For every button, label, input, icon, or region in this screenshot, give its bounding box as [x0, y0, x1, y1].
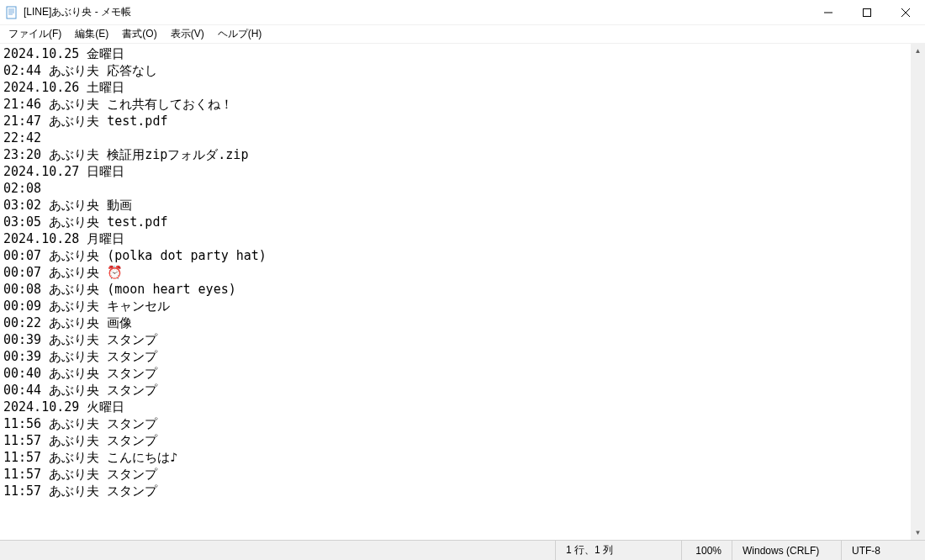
titlebar: [LINE]あぶり央 - メモ帳 [0, 0, 925, 25]
status-encoding: UTF-8 [841, 541, 925, 560]
minimize-button[interactable] [809, 0, 848, 25]
scrollbar-down-arrow[interactable]: ▼ [911, 526, 925, 540]
content-area: 2024.10.25 金曜日 02:44 あぶり夫 応答なし 2024.10.2… [0, 44, 925, 540]
status-line-ending: Windows (CRLF) [732, 541, 841, 560]
menu-view[interactable]: 表示(V) [164, 25, 211, 43]
maximize-button[interactable] [848, 0, 886, 25]
menubar: ファイル(F) 編集(E) 書式(O) 表示(V) ヘルプ(H) [0, 25, 925, 44]
status-position: 1 行、1 列 [555, 541, 681, 560]
window-title: [LINE]あぶり央 - メモ帳 [24, 5, 809, 19]
text-editor[interactable]: 2024.10.25 金曜日 02:44 あぶり夫 応答なし 2024.10.2… [0, 44, 911, 540]
menu-edit[interactable]: 編集(E) [68, 25, 115, 43]
statusbar: 1 行、1 列 100% Windows (CRLF) UTF-8 [0, 540, 925, 560]
window-controls [809, 0, 925, 24]
vertical-scrollbar[interactable]: ▲ ▼ [911, 44, 925, 540]
notepad-icon [5, 6, 18, 19]
menu-file[interactable]: ファイル(F) [2, 25, 68, 43]
svg-rect-6 [864, 9, 871, 17]
close-button[interactable] [886, 0, 925, 25]
menu-format[interactable]: 書式(O) [115, 25, 163, 43]
status-zoom: 100% [681, 541, 732, 560]
scrollbar-up-arrow[interactable]: ▲ [911, 44, 925, 58]
scrollbar-track[interactable] [911, 58, 925, 526]
menu-help[interactable]: ヘルプ(H) [211, 25, 269, 43]
